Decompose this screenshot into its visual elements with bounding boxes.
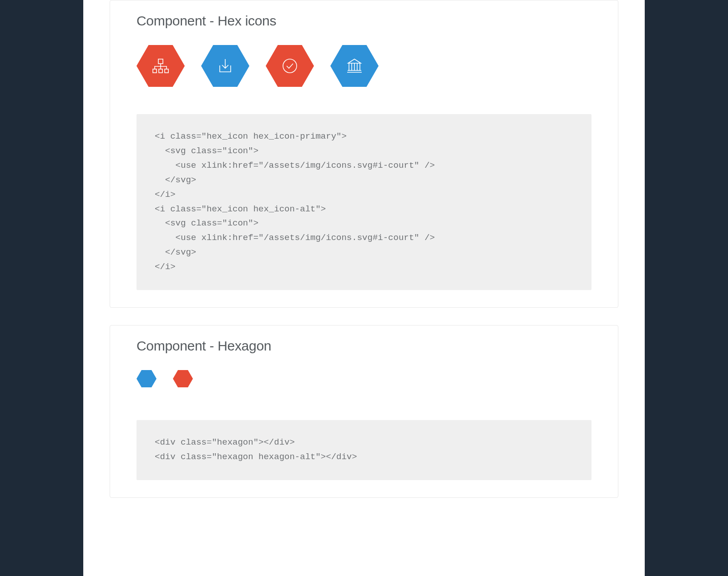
hex-icon-alt-download <box>201 45 249 87</box>
svg-marker-10 <box>173 370 193 387</box>
code-example[interactable]: <i class="hex_icon hex_icon-primary"> <s… <box>136 114 592 290</box>
svg-rect-3 <box>159 69 162 73</box>
hex-icon-primary-sitemap <box>136 45 185 87</box>
svg-rect-1 <box>158 59 163 64</box>
check-circle-icon <box>281 57 299 75</box>
sitemap-icon <box>151 56 170 75</box>
court-icon <box>345 57 364 75</box>
card-title: Component - Hexagon <box>136 338 592 354</box>
code-example[interactable]: <div class="hexagon"></div> <div class="… <box>136 420 592 480</box>
download-icon <box>217 57 234 75</box>
card-title: Component - Hex icons <box>136 13 592 29</box>
svg-rect-4 <box>165 69 168 73</box>
page-container: Component - Hex icons <box>83 0 645 576</box>
hexagon-row <box>136 370 592 387</box>
svg-rect-2 <box>153 69 157 73</box>
hex-icon-primary-check <box>266 45 314 87</box>
component-card-hexagon: Component - Hexagon <div class="hexagon"… <box>110 325 618 498</box>
svg-marker-9 <box>136 370 157 387</box>
component-card-hex-icons: Component - Hex icons <box>110 0 618 308</box>
hexagon-primary <box>173 370 193 387</box>
svg-point-7 <box>283 59 297 73</box>
hexagon-alt <box>136 370 157 387</box>
hex-icon-row <box>136 45 592 87</box>
hex-icon-alt-court <box>330 45 379 87</box>
